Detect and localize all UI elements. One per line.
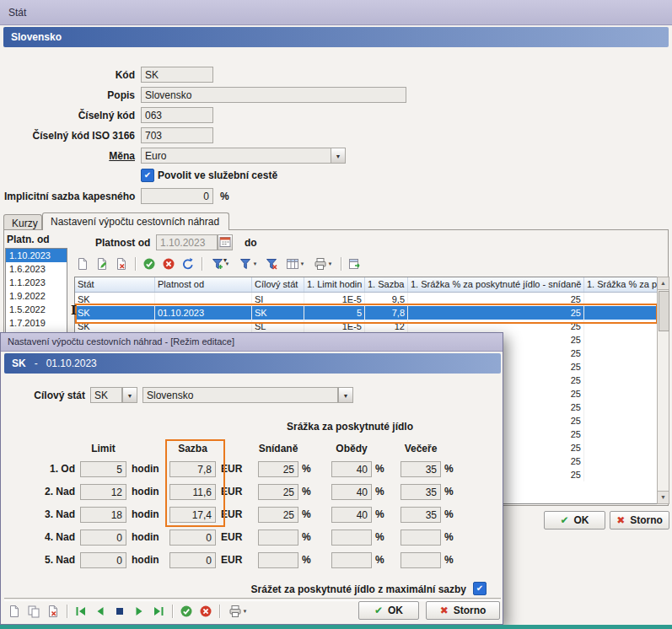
- eur-unit-label: EUR: [221, 463, 242, 475]
- nav-last-icon[interactable]: [150, 604, 167, 619]
- obedy-input[interactable]: 40: [331, 461, 372, 477]
- kapesne-label: Implicitní sazba kapesného: [4, 191, 135, 202]
- table-vertical-scrollbar[interactable]: [657, 277, 669, 504]
- sazba-input[interactable]: 0: [169, 552, 216, 568]
- dropdown-arrow-icon[interactable]: ▼: [225, 261, 230, 266]
- grid-column-header[interactable]: Stát: [75, 277, 155, 292]
- calendar-icon[interactable]: [218, 234, 233, 250]
- limit-input[interactable]: 0: [80, 552, 126, 568]
- kod-input[interactable]: SK: [141, 67, 213, 83]
- cilovy-stat-code-dropdown-button[interactable]: [122, 387, 137, 403]
- srazet-checkbox[interactable]: [473, 582, 487, 595]
- snidane-input[interactable]: 25: [258, 507, 298, 523]
- kod-label: Kód: [4, 69, 135, 81]
- grid-column-header[interactable]: Cílový stát: [252, 277, 304, 292]
- export-icon[interactable]: [347, 256, 363, 271]
- scrollbar-thumb[interactable]: [659, 291, 669, 331]
- table-row[interactable]: SK01.10.2023SK57,825: [75, 306, 658, 320]
- limit-input[interactable]: 18: [80, 507, 126, 523]
- dropdown-arrow-icon[interactable]: ▼: [253, 261, 258, 266]
- cancel-icon[interactable]: [197, 604, 214, 619]
- tab-kurzy[interactable]: Kurzy: [3, 214, 42, 230]
- ok-button[interactable]: ✔ OK: [544, 511, 605, 530]
- platnost-list-item[interactable]: 1.1.2023: [6, 276, 67, 289]
- limit-input[interactable]: 0: [80, 530, 126, 546]
- mena-dropdown-button[interactable]: [331, 148, 346, 164]
- vecere-input[interactable]: 35: [401, 507, 441, 523]
- nav-prev-icon[interactable]: [92, 604, 109, 619]
- storno-button[interactable]: ✖ Storno: [610, 511, 669, 530]
- filter-add-icon[interactable]: ▼: [207, 256, 233, 271]
- grid-column-header[interactable]: Platnost od: [155, 277, 252, 292]
- dialog-ok-button[interactable]: ✔ OK: [358, 601, 419, 620]
- snidane-input[interactable]: 25: [258, 461, 298, 477]
- new-record-icon[interactable]: [6, 604, 23, 619]
- platnost-list-item[interactable]: 1.7.2019: [6, 316, 67, 330]
- cilovy-stat-name-dropdown-button[interactable]: [338, 387, 353, 403]
- grid-column-header[interactable]: 1. Sazba: [365, 277, 408, 292]
- platnost-list-item[interactable]: 1.5.2022: [6, 303, 67, 316]
- dialog-storno-button[interactable]: ✖ Storno: [426, 601, 500, 620]
- cilovy-stat-name-combobox[interactable]: Slovensko: [142, 387, 338, 403]
- sazba-input[interactable]: 11,6: [169, 484, 216, 500]
- snidane-input[interactable]: [258, 552, 298, 568]
- filter-remove-icon[interactable]: [263, 256, 280, 271]
- obedy-input[interactable]: [331, 530, 372, 546]
- new-record-icon[interactable]: [74, 256, 91, 271]
- platnost-list-item[interactable]: 1.9.2022: [6, 289, 67, 303]
- delete-record-icon[interactable]: [45, 604, 62, 619]
- cancel-icon[interactable]: [160, 256, 177, 271]
- mena-label[interactable]: Měna: [4, 150, 135, 162]
- tab-nastaveni-nahrad[interactable]: Nastavení výpočtu cestovních náhrad: [42, 212, 229, 230]
- popis-input[interactable]: Slovensko: [141, 87, 406, 103]
- vecere-input[interactable]: [401, 552, 441, 568]
- platnost-od-date-input[interactable]: 1.10.2023: [156, 234, 218, 250]
- nav-first-icon[interactable]: [73, 604, 89, 619]
- grid-column-header[interactable]: 1. Srážka % za poskytnuté jídlo - snídan…: [408, 277, 584, 292]
- mena-combobox[interactable]: Euro: [141, 148, 331, 164]
- nav-next-icon[interactable]: [131, 604, 148, 619]
- sazba-input[interactable]: 0: [169, 530, 216, 546]
- platnost-list-item[interactable]: 1.10.2023: [6, 249, 67, 262]
- vecere-input[interactable]: 35: [401, 461, 441, 477]
- print-icon[interactable]: ▼: [310, 256, 336, 271]
- obedy-input[interactable]: 40: [331, 507, 372, 523]
- povolit-checkbox[interactable]: [141, 169, 154, 182]
- obedy-input[interactable]: 40: [331, 484, 372, 500]
- dropdown-arrow-icon[interactable]: ▼: [300, 261, 305, 266]
- delete-record-icon[interactable]: [113, 256, 130, 271]
- obedy-input[interactable]: [331, 552, 372, 568]
- dropdown-arrow-icon[interactable]: ▼: [243, 609, 248, 614]
- grid-column-header[interactable]: 1. Limit hodin: [304, 277, 365, 292]
- scroll-up-arrow-icon[interactable]: [658, 277, 669, 290]
- table-row[interactable]: SKSI1E-59,525: [75, 293, 658, 306]
- rate-row: 5. Nad0hodin0EUR%%%: [1, 552, 503, 568]
- vecere-input[interactable]: [401, 530, 441, 546]
- edit-record-icon[interactable]: [94, 256, 110, 271]
- platnost-list-item[interactable]: 1.6.2023: [6, 262, 67, 276]
- dropdown-arrow-icon[interactable]: ▼: [328, 261, 333, 266]
- limit-input[interactable]: 12: [80, 484, 126, 500]
- accept-icon[interactable]: [141, 256, 158, 271]
- limit-input[interactable]: 5: [80, 461, 126, 477]
- copy-record-icon[interactable]: [25, 604, 42, 619]
- print-icon[interactable]: ▼: [225, 604, 250, 619]
- scroll-down-arrow-icon[interactable]: [658, 491, 669, 503]
- iso-kod-input[interactable]: 703: [141, 127, 213, 143]
- vecere-input[interactable]: 35: [401, 484, 441, 500]
- ciselny-kod-input[interactable]: 063: [141, 107, 213, 123]
- cilovy-stat-code-combobox[interactable]: SK: [90, 387, 122, 403]
- kapesne-input[interactable]: 0: [141, 188, 213, 204]
- nav-current-icon[interactable]: [111, 604, 128, 619]
- columns-icon[interactable]: ▼: [282, 256, 308, 271]
- sazba-input[interactable]: 7,8: [169, 461, 216, 477]
- grid-column-header[interactable]: 1. Srážka % za pos: [584, 277, 658, 292]
- table-row[interactable]: SKSL1E-51225: [75, 320, 658, 333]
- percent-unit-label: %: [375, 531, 384, 543]
- filter-icon[interactable]: ▼: [235, 256, 261, 271]
- snidane-input[interactable]: [258, 530, 298, 546]
- sazba-input[interactable]: 17,4: [169, 507, 216, 523]
- snidane-input[interactable]: 25: [258, 484, 298, 500]
- accept-icon[interactable]: [178, 604, 195, 619]
- refresh-icon[interactable]: [180, 256, 196, 271]
